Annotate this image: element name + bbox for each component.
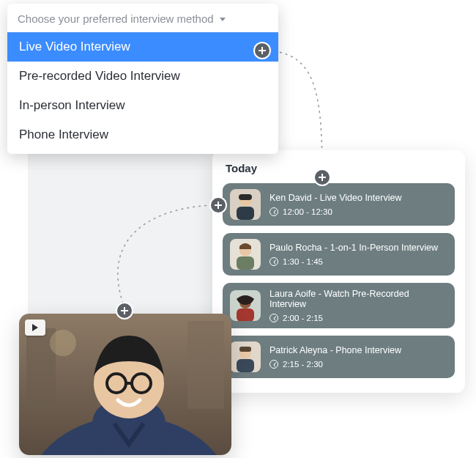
dropdown-item-label: Pre-recorded Video Interview — [19, 69, 180, 83]
video-preview-card[interactable] — [19, 314, 231, 455]
clock-icon — [269, 257, 278, 266]
play-icon — [25, 320, 45, 336]
clock-icon — [269, 360, 278, 369]
schedule-row-time: 2:15 - 2:30 — [283, 360, 323, 369]
interview-method-dropdown[interactable]: Choose your preferred interview method L… — [7, 4, 278, 154]
schedule-row-time: 12:00 - 12:30 — [283, 207, 332, 216]
plus-node-icon — [315, 170, 330, 185]
avatar — [230, 189, 261, 220]
schedule-row-time: 2:00 - 2:15 — [283, 314, 323, 322]
svg-rect-6 — [237, 256, 254, 270]
video-thumbnail — [19, 314, 231, 455]
clock-icon — [269, 207, 278, 216]
plus-node-icon — [211, 198, 226, 213]
svg-rect-12 — [237, 359, 254, 372]
dropdown-toggle[interactable]: Choose your preferred interview method — [7, 4, 278, 32]
avatar — [230, 239, 261, 270]
dropdown-item-label: Phone Interview — [19, 128, 108, 141]
schedule-heading: Today — [226, 162, 452, 174]
schedule-row-title: Patrick Aleyna - Phone Interview — [269, 345, 401, 355]
dropdown-item-label: In-person Interview — [19, 98, 125, 112]
avatar — [230, 290, 261, 321]
avatar — [230, 341, 261, 372]
dropdown-item-pre-recorded[interactable]: Pre-recorded Video Interview — [7, 62, 278, 91]
svg-rect-9 — [237, 309, 254, 321]
dropdown-item-label: Live Video Interview — [19, 40, 130, 53]
schedule-row-title: Laura Aoife - Watch Pre-Recorded Intervi… — [269, 289, 447, 309]
schedule-row-title: Paulo Rocha - 1-on-1 In-Person Interview — [269, 243, 438, 253]
svg-rect-2 — [237, 207, 254, 220]
schedule-row[interactable]: Paulo Rocha - 1-on-1 In-Person Interview… — [223, 233, 455, 276]
plus-node-icon — [117, 303, 132, 318]
schedule-row[interactable]: Laura Aoife - Watch Pre-Recorded Intervi… — [223, 283, 455, 328]
schedule-row[interactable]: Ken David - Live Video Interview 12:00 -… — [223, 183, 455, 226]
schedule-row[interactable]: Patrick Aleyna - Phone Interview 2:15 - … — [223, 336, 455, 378]
plus-node-icon — [255, 43, 269, 58]
svg-point-17 — [50, 330, 76, 356]
svg-rect-3 — [239, 194, 252, 200]
schedule-row-title: Ken David - Live Video Interview — [269, 193, 401, 203]
schedule-card: Today Ken David - Live Video Interview 1… — [212, 150, 465, 393]
dropdown-item-live-video[interactable]: Live Video Interview — [7, 32, 278, 62]
clock-icon — [269, 314, 278, 322]
svg-rect-13 — [239, 347, 251, 352]
svg-rect-16 — [187, 321, 224, 409]
chevron-down-icon — [220, 18, 226, 21]
dropdown-item-phone[interactable]: Phone Interview — [7, 120, 278, 149]
dropdown-item-in-person[interactable]: In-person Interview — [7, 91, 278, 120]
dropdown-placeholder: Choose your preferred interview method — [18, 12, 214, 25]
schedule-row-time: 1:30 - 1:45 — [283, 257, 323, 266]
